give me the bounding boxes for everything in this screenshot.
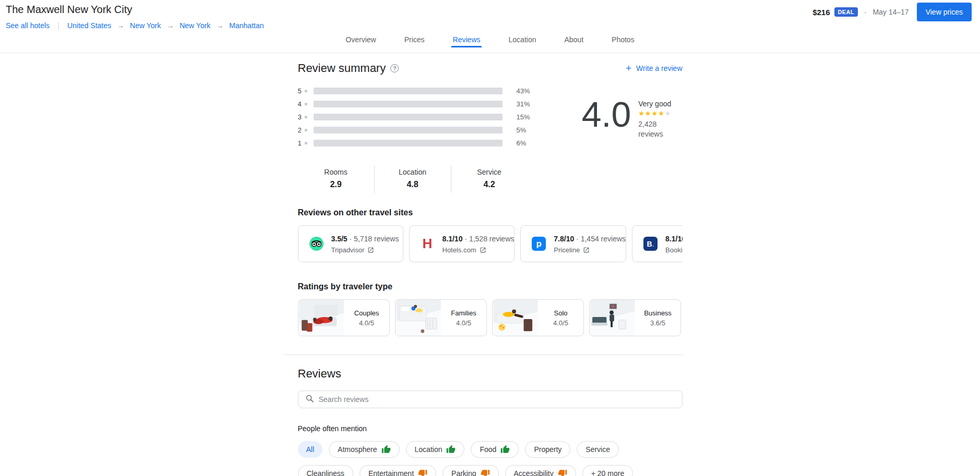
thumb-up-icon (446, 445, 456, 454)
overall-score: 4.0 (582, 97, 631, 139)
bar-track (314, 140, 503, 147)
chip-parking[interactable]: Parking (443, 465, 498, 476)
traveler-types-title: Ratings by traveler type (298, 282, 683, 291)
traveler-type-rating: 4.0/5 (359, 319, 374, 327)
families-illustration (396, 300, 441, 336)
traveler-type-label: Couples (354, 309, 379, 317)
rating-bar-row-3[interactable]: 3★ 15% (298, 111, 531, 124)
rating-bar-row-2[interactable]: 2★ 5% (298, 124, 531, 137)
score-service: Service 4.2 (451, 165, 528, 193)
rating-bar-row-1[interactable]: 1★ 6% (298, 137, 531, 150)
thumb-down-icon (418, 469, 427, 476)
bar-track (314, 88, 503, 94)
score-label: Location (375, 168, 451, 176)
chip-accessibility[interactable]: Accessibility (505, 465, 576, 476)
chip-atmosphere[interactable]: Atmosphere (329, 441, 399, 458)
help-icon[interactable]: ? (390, 64, 399, 72)
traveler-card-families: Families 4.0/5 (395, 299, 487, 336)
price-amount: $216 (812, 8, 830, 17)
star-icon: ★ (304, 114, 308, 120)
rating-bar-row-5[interactable]: 5★ 43% (298, 84, 531, 97)
chip-food[interactable]: Food (471, 441, 519, 458)
chip-more[interactable]: + 20 more (582, 465, 633, 476)
site-name: Booking.com (665, 246, 682, 254)
site-rating: 8.1/10 (443, 235, 463, 243)
tab-overview[interactable]: Overview (331, 35, 390, 53)
arrow-right-icon: → (166, 21, 174, 30)
chip-entertainment[interactable]: Entertainment (360, 465, 436, 476)
site-name-row: Priceline (554, 246, 626, 254)
chip-label: Parking (451, 469, 476, 476)
chip-cleanliness[interactable]: Cleanliness (298, 465, 353, 476)
booking-letter: B (647, 240, 652, 248)
bar-percent: 5% (517, 126, 527, 134)
bar-track (314, 127, 503, 133)
plus-icon: + (626, 65, 631, 72)
tab-about[interactable]: About (550, 35, 597, 53)
score-label: Rooms (298, 168, 374, 176)
chip-label: Atmosphere (338, 445, 377, 454)
other-sites-title: Reviews on other travel sites (298, 208, 683, 217)
star-icon: ★ (304, 140, 308, 146)
chip-property[interactable]: Property (525, 441, 570, 458)
traveler-type-label: Business (644, 309, 672, 317)
breadcrumb-manhattan[interactable]: Manhattan (229, 21, 264, 30)
overall-stars: ★★★★★ (638, 109, 682, 118)
breadcrumb-united-states[interactable]: United States (67, 21, 111, 30)
tab-reviews[interactable]: Reviews (439, 35, 495, 53)
bar-percent: 15% (517, 113, 530, 121)
thumb-down-icon (558, 469, 567, 476)
star-empty-icon: ★ (665, 109, 672, 117)
search-reviews-input[interactable] (319, 395, 675, 404)
site-review-count: 1,528 reviews (469, 235, 514, 243)
section-divider (283, 355, 685, 355)
chip-label: Entertainment (368, 469, 414, 476)
tab-prices[interactable]: Prices (390, 35, 439, 53)
breadcrumb-new-york-city[interactable]: New York (180, 21, 210, 30)
overall-rating-details: Very good ★★★★★ 2,428 reviews (638, 97, 682, 139)
traveler-type-rating: 3.6/5 (650, 319, 665, 327)
tab-location[interactable]: Location (495, 35, 551, 53)
site-name-row: Tripadvisor (331, 246, 399, 254)
solo-illustration (493, 300, 539, 336)
traveler-card-business: Business 3.6/5 (589, 299, 681, 336)
overall-review-count[interactable]: 2,428 reviews (638, 119, 682, 139)
travel-site-card-tripadvisor[interactable]: 3.5/5 · 5,718 reviews Tripadvisor (298, 225, 403, 262)
score-value: 2.9 (298, 180, 374, 189)
price-summary: $216 DEAL · May 14–17 View prices (812, 2, 972, 22)
chip-service[interactable]: Service (577, 441, 619, 458)
travel-site-card-booking[interactable]: B. 8.1/10 · Booking.com (632, 225, 682, 262)
overall-rating: 4.0 Very good ★★★★★ 2,428 reviews (582, 84, 683, 139)
stay-dates: May 14–17 (873, 8, 909, 16)
bar-star-count: 4 (298, 100, 302, 108)
traveler-type-rating: 4.0/5 (553, 319, 568, 327)
rating-bar-row-4[interactable]: 4★ 31% (298, 97, 531, 111)
bar-percent: 6% (517, 139, 527, 147)
score-label: Service (451, 168, 528, 176)
review-summary-title: Review summary (298, 62, 386, 75)
breadcrumb: See all hotels | United States → New Yor… (6, 21, 264, 30)
view-prices-button[interactable]: View prices (917, 3, 972, 21)
travel-site-card-hotels-com[interactable]: H 8.1/10 · 1,528 reviews Hotels.com (409, 225, 515, 262)
site-rating: 3.5/5 (331, 235, 348, 243)
mention-chips-row-2: Cleanliness Entertainment Parking Access… (298, 465, 683, 476)
star-icon: ★ (304, 88, 308, 94)
deal-badge: DEAL (834, 7, 858, 17)
rating-bars: 5★ 43% 4★ 31% 3★ 15% 2★ 5% 1★ (298, 84, 531, 150)
site-name: Tripadvisor (331, 246, 365, 254)
tab-photos[interactable]: Photos (597, 35, 649, 53)
bar-track (314, 114, 503, 120)
travel-site-card-priceline[interactable]: p 7.8/10 · 1,454 reviews Priceline (520, 225, 626, 262)
chip-all[interactable]: All (298, 441, 323, 458)
score-rooms: Rooms 2.9 (298, 165, 374, 193)
travel-site-cards: 3.5/5 · 5,718 reviews Tripadvisor H 8.1/… (298, 225, 683, 262)
see-all-hotels-link[interactable]: See all hotels (6, 21, 50, 30)
review-summary-header: Review summary ? + Write a review (298, 62, 683, 75)
bar-track (314, 101, 503, 107)
breadcrumb-new-york-state[interactable]: New York (130, 21, 161, 30)
bar-star-count: 2 (298, 126, 302, 134)
chip-location[interactable]: Location (406, 441, 465, 458)
site-name: Priceline (554, 246, 580, 254)
chip-label: Service (585, 445, 610, 454)
write-review-button[interactable]: + Write a review (626, 64, 683, 72)
